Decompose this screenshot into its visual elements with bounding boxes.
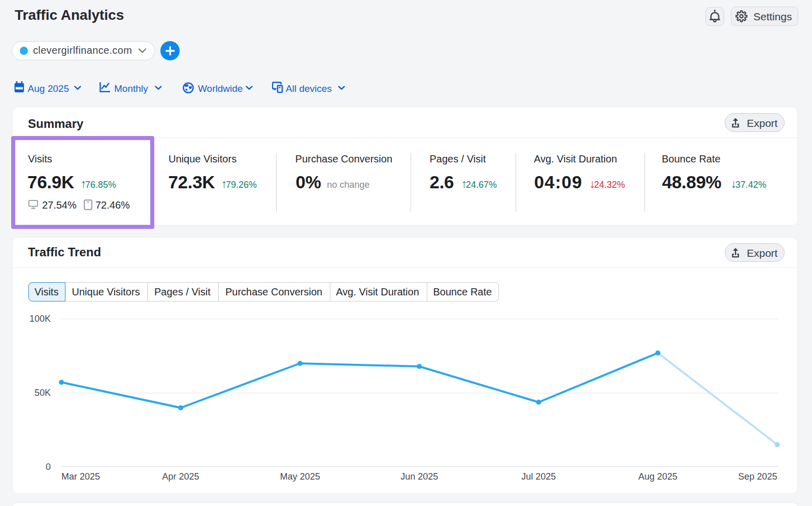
svg-text:Jun 2025: Jun 2025 — [400, 471, 438, 482]
svg-text:Apr 2025: Apr 2025 — [162, 471, 199, 482]
svg-text:100K: 100K — [29, 314, 51, 324]
svg-text:50K: 50K — [35, 388, 51, 398]
svg-text:0: 0 — [46, 462, 51, 472]
svg-text:Aug 2025: Aug 2025 — [638, 471, 678, 482]
svg-text:Jul 2025: Jul 2025 — [521, 471, 556, 482]
svg-text:Sep 2025: Sep 2025 — [738, 471, 777, 482]
svg-text:May 2025: May 2025 — [280, 471, 320, 482]
svg-text:Mar 2025: Mar 2025 — [61, 471, 100, 482]
